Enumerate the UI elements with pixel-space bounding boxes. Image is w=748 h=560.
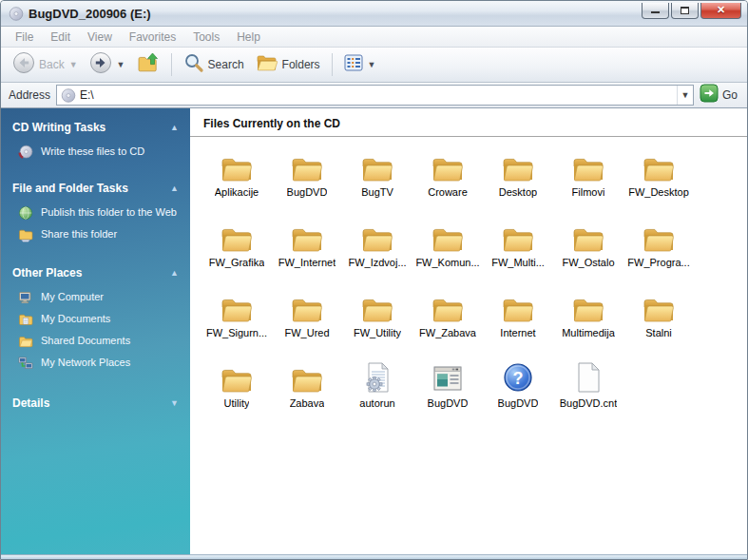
file-item[interactable]: FW_Progra...	[623, 217, 694, 287]
minimize-button[interactable]	[642, 3, 669, 19]
menu-item[interactable]: View	[79, 30, 121, 44]
file-label: FW_Internet	[278, 257, 336, 268]
file-item[interactable]: BugDVD.cnt	[553, 357, 623, 428]
place-link[interactable]: My Documents	[18, 312, 182, 327]
menu-item[interactable]: Edit	[42, 30, 79, 44]
file-item[interactable]: FW_Multi...	[483, 217, 553, 287]
task-link-label: Publish this folder to the Web	[41, 205, 177, 219]
content-header: Files Currently on the CD	[190, 108, 747, 134]
file-item[interactable]: FW_Izdvoj...	[342, 217, 412, 287]
folders-button[interactable]: Folders	[250, 50, 326, 79]
go-button[interactable]: Go	[700, 84, 741, 106]
chevron-up-icon[interactable]: ▲	[170, 268, 179, 278]
up-folder-icon	[137, 52, 160, 77]
task-link[interactable]: Share this folder	[18, 227, 182, 242]
write-cd-icon	[18, 145, 33, 160]
address-bar: Address ▼ Go	[1, 83, 747, 108]
menu-item[interactable]: File	[7, 30, 42, 44]
search-icon	[183, 52, 204, 77]
section-header[interactable]: File and Folder Tasks ▲	[12, 182, 182, 195]
chevron-down-icon[interactable]: ▼	[170, 398, 179, 408]
place-link-label: My Network Places	[41, 356, 130, 369]
titlebar[interactable]: BugDVD_200906 (E:) ✕	[1, 1, 747, 27]
file-label: FW_Desktop	[628, 186, 689, 198]
place-link[interactable]: Shared Documents	[18, 334, 182, 349]
file-item[interactable]: Stalni	[623, 287, 694, 357]
place-link[interactable]: My Computer	[18, 290, 182, 305]
address-dropdown-icon[interactable]: ▼	[677, 86, 693, 105]
folder-icon	[431, 220, 465, 253]
folder-icon	[501, 149, 535, 183]
file-item[interactable]: FW_Ostalo	[553, 217, 623, 287]
menu-item[interactable]: Favorites	[121, 30, 184, 44]
section-header[interactable]: CD Writing Tasks ▲	[12, 121, 182, 134]
folder-icon	[290, 360, 324, 394]
forward-icon	[89, 51, 112, 78]
task-link[interactable]: Publish this folder to the Web	[18, 205, 182, 221]
file-item[interactable]: Internet	[483, 287, 553, 357]
address-input[interactable]	[80, 88, 677, 102]
file-item[interactable]: FW_Sigurn...	[201, 287, 272, 357]
file-item[interactable]: BugDVD	[272, 146, 342, 217]
shared-folder-icon	[18, 334, 33, 349]
folder-icon	[220, 360, 254, 394]
place-link[interactable]: My Network Places	[18, 356, 182, 371]
task-link[interactable]: Write these files to CD	[18, 145, 182, 160]
file-item[interactable]: BugTV	[342, 146, 412, 217]
file-item[interactable]: autorun	[342, 357, 412, 428]
toolbar: Back ▼ ▼ Search Folders ▼	[1, 48, 747, 83]
address-input-box[interactable]: ▼	[56, 85, 694, 106]
forward-button[interactable]: ▼	[84, 48, 131, 81]
file-item[interactable]: Desktop	[483, 146, 553, 217]
folder-icon	[220, 220, 254, 253]
file-item[interactable]: FW_Zabava	[412, 287, 483, 357]
window-body: CD Writing Tasks ▲ Write these files to …	[1, 108, 747, 554]
file-item[interactable]: FW_Internet	[272, 217, 342, 287]
file-item[interactable]: Multimedija	[553, 287, 623, 357]
file-item[interactable]: Filmovi	[553, 146, 623, 217]
section-other-places: Other Places ▲ My Computer My Documents	[12, 266, 182, 371]
section-header[interactable]: Other Places ▲	[12, 266, 182, 280]
toolbar-separator	[171, 53, 172, 76]
folder-icon	[431, 149, 465, 183]
file-item[interactable]: FW_Komun...	[412, 217, 483, 287]
file-item[interactable]: BugDVD	[412, 357, 483, 428]
file-item[interactable]: Croware	[412, 146, 483, 217]
publish-web-icon	[18, 205, 33, 221]
folder-icon	[571, 220, 605, 253]
file-item[interactable]: Utility	[201, 357, 272, 428]
chevron-up-icon[interactable]: ▲	[170, 123, 179, 132]
views-button[interactable]: ▼	[338, 51, 382, 78]
file-item[interactable]: Aplikacije	[201, 146, 272, 217]
section-details: Details ▼	[12, 396, 182, 410]
file-item[interactable]: ? BugDVD	[483, 357, 553, 428]
cd-drive-icon	[61, 87, 76, 103]
file-item[interactable]: FW_Ured	[272, 287, 342, 357]
file-item[interactable]: Zabava	[272, 357, 342, 428]
file-item[interactable]: FW_Desktop	[623, 146, 694, 217]
file-label: FW_Grafika	[209, 257, 265, 268]
go-label: Go	[722, 88, 738, 102]
folder-icon	[431, 290, 465, 323]
folder-icon	[290, 220, 324, 253]
section-header[interactable]: Details ▼	[12, 396, 182, 410]
file-label: BugDVD	[428, 397, 469, 409]
close-button[interactable]: ✕	[700, 3, 741, 19]
file-label: Internet	[500, 327, 535, 338]
place-link-label: Shared Documents	[41, 334, 130, 347]
files-grid: Aplikacije BugDVD BugTV Croware	[201, 146, 747, 428]
back-button[interactable]: Back ▼	[7, 48, 84, 81]
search-button[interactable]: Search	[178, 49, 250, 80]
file-item[interactable]: FW_Grafika	[201, 217, 272, 287]
forward-dropdown-icon: ▼	[117, 60, 125, 69]
up-button[interactable]	[131, 49, 165, 80]
section-title: Details	[12, 396, 49, 410]
menubar: FileEditViewFavoritesToolsHelp	[1, 27, 747, 48]
maximize-button[interactable]	[671, 3, 699, 19]
chevron-up-icon[interactable]: ▲	[170, 183, 179, 193]
menu-item[interactable]: Help	[228, 30, 269, 44]
menu-item[interactable]: Tools	[184, 30, 228, 44]
folder-icon	[360, 220, 394, 253]
section-cd-writing-tasks: CD Writing Tasks ▲ Write these files to …	[12, 121, 182, 160]
file-item[interactable]: FW_Utility	[342, 287, 412, 357]
